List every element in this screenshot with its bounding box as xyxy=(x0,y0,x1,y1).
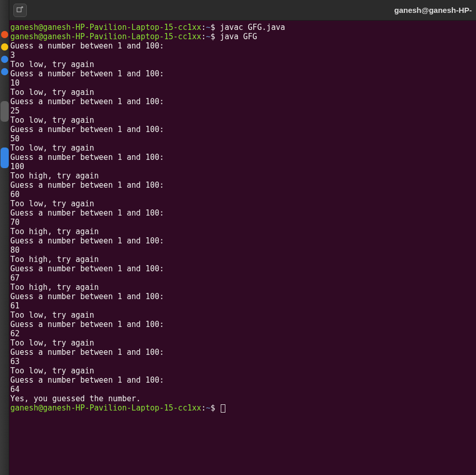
prompt-separator: : xyxy=(201,403,206,413)
dock-app-icon[interactable] xyxy=(1,56,8,63)
terminal-line: Guess a number between 1 and 100: xyxy=(10,69,475,78)
command-text: javac GFG.java xyxy=(220,23,285,32)
new-tab-button[interactable] xyxy=(13,4,27,17)
terminal-line: 10 xyxy=(10,78,475,88)
terminal-line: Guess a number between 1 and 100: xyxy=(10,208,475,218)
terminal-line: Too low, try again xyxy=(10,60,475,69)
prompt-path: ~ xyxy=(206,32,210,41)
dock-app-icon[interactable] xyxy=(1,68,8,75)
terminal-line: Too low, try again xyxy=(10,143,475,153)
prompt-separator: : xyxy=(201,23,206,32)
terminal-line: 61 xyxy=(10,301,475,310)
terminal-line: 70 xyxy=(10,218,475,227)
prompt-user-host: ganesh@ganesh-HP-Pavilion-Laptop-15-cc1x… xyxy=(10,23,201,32)
terminal-line: 80 xyxy=(10,245,475,255)
terminal-line: Guess a number between 1 and 100: xyxy=(10,181,475,190)
prompt-user-host: ganesh@ganesh-HP-Pavilion-Laptop-15-cc1x… xyxy=(10,32,201,41)
terminal-line: Too high, try again xyxy=(10,227,475,236)
terminal-line: Too low, try again xyxy=(10,116,475,125)
terminal-line: Guess a number between 1 and 100: xyxy=(10,320,475,329)
svg-rect-0 xyxy=(17,8,21,12)
terminal-line: 63 xyxy=(10,357,475,366)
terminal-line: Too low, try again xyxy=(10,88,475,97)
terminal-line: Yes, you guessed the number. xyxy=(10,394,475,403)
prompt-path: ~ xyxy=(206,23,210,32)
terminal-line: Guess a number between 1 and 100: xyxy=(10,125,475,134)
terminal-line: 3 xyxy=(10,51,475,60)
terminal-line: 50 xyxy=(10,134,475,143)
cursor-icon xyxy=(221,404,225,413)
new-tab-icon xyxy=(17,6,24,14)
prompt-separator: : xyxy=(201,32,206,41)
terminal-line: Too low, try again xyxy=(10,310,475,320)
terminal-line: Guess a number between 1 and 100: xyxy=(10,375,475,385)
dock-app-icon[interactable] xyxy=(1,148,9,168)
terminal-line: Too high, try again xyxy=(10,171,475,181)
window-title: ganesh@ganesh-HP- xyxy=(395,6,472,14)
dock-app-icon[interactable] xyxy=(1,43,8,51)
terminal-body[interactable]: ganesh@ganesh-HP-Pavilion-Laptop-15-cc1x… xyxy=(9,21,476,475)
terminal-line: Too high, try again xyxy=(10,255,475,264)
terminal-line: 60 xyxy=(10,190,475,199)
prompt-symbol: $ xyxy=(210,403,220,413)
terminal-line: 67 xyxy=(10,273,475,283)
terminal-line: Too high, try again xyxy=(10,283,475,292)
terminal-line: Guess a number between 1 and 100: xyxy=(10,236,475,245)
titlebar[interactable]: ganesh@ganesh-HP- xyxy=(9,0,476,21)
dock xyxy=(0,0,9,475)
terminal-window: ganesh@ganesh-HP- ganesh@ganesh-HP-Pavil… xyxy=(9,0,476,475)
terminal-line: Guess a number between 1 and 100: xyxy=(10,264,475,273)
terminal-line: Guess a number between 1 and 100: xyxy=(10,348,475,357)
terminal-line: Too low, try again xyxy=(10,199,475,208)
dock-app-icon[interactable] xyxy=(1,31,8,38)
terminal-line: ganesh@ganesh-HP-Pavilion-Laptop-15-cc1x… xyxy=(10,23,475,32)
terminal-line: ganesh@ganesh-HP-Pavilion-Laptop-15-cc1x… xyxy=(10,403,475,413)
prompt-user-host: ganesh@ganesh-HP-Pavilion-Laptop-15-cc1x… xyxy=(10,403,201,413)
terminal-line: 100 xyxy=(10,162,475,171)
prompt-symbol: $ xyxy=(210,32,220,41)
terminal-line: 62 xyxy=(10,329,475,338)
terminal-line: Too low, try again xyxy=(10,338,475,348)
command-text: java GFG xyxy=(220,32,257,41)
terminal-line: Guess a number between 1 and 100: xyxy=(10,41,475,51)
terminal-line: Guess a number between 1 and 100: xyxy=(10,97,475,106)
prompt-symbol: $ xyxy=(210,23,220,32)
terminal-line: Guess a number between 1 and 100: xyxy=(10,153,475,162)
terminal-line: 25 xyxy=(10,106,475,116)
prompt-path: ~ xyxy=(206,403,210,413)
terminal-line: 64 xyxy=(10,385,475,394)
terminal-line: ganesh@ganesh-HP-Pavilion-Laptop-15-cc1x… xyxy=(10,32,475,41)
dock-app-icon[interactable] xyxy=(1,101,9,122)
terminal-line: Too low, try again xyxy=(10,366,475,375)
terminal-line: Guess a number between 1 and 100: xyxy=(10,292,475,301)
